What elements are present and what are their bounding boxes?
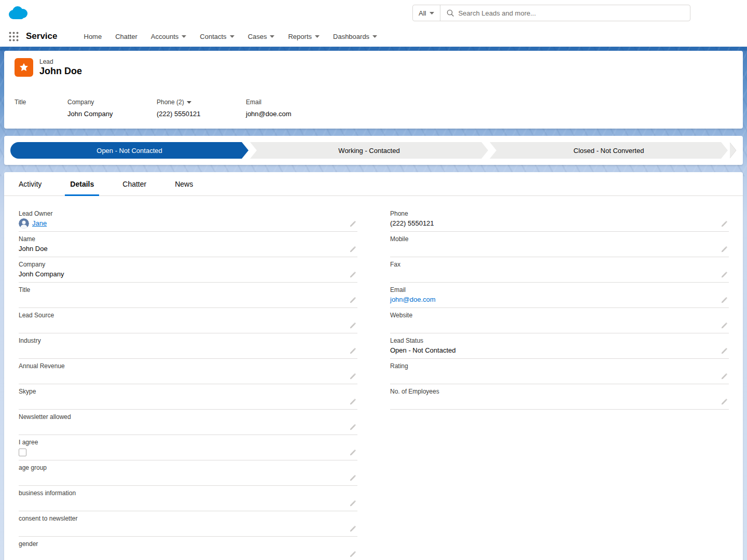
edit-pencil-icon — [721, 220, 728, 228]
inline-edit-button[interactable] — [349, 551, 356, 558]
field-value — [19, 497, 342, 509]
nav-item-cases[interactable]: Cases — [241, 26, 282, 47]
field-value: (222) 5550121 — [390, 218, 713, 229]
chevron-down-icon[interactable] — [230, 35, 234, 38]
email-link[interactable]: john@doe.com — [246, 110, 292, 118]
detail-field-name: NameJohn Doe — [19, 232, 357, 257]
tab-activity[interactable]: Activity — [8, 172, 52, 195]
detail-column-right: Phone(222) 5550121MobileFaxEmailjohn@doe… — [390, 206, 729, 560]
inline-edit-button[interactable] — [721, 398, 728, 405]
detail-field-email: Emailjohn@doe.com — [390, 283, 729, 308]
nav-item-reports[interactable]: Reports — [281, 26, 326, 47]
chevron-down-icon[interactable] — [372, 35, 377, 38]
highlight-label: Title — [15, 99, 26, 106]
path-stage-open-not-contacted[interactable]: Open - Not Contacted — [10, 142, 248, 159]
inline-edit-button[interactable] — [349, 347, 356, 355]
salesforce-app: All Service Home Chatter Accounts Contac… — [0, 0, 747, 560]
field-value — [19, 345, 342, 356]
nav-item-chatter[interactable]: Chatter — [108, 26, 144, 47]
inline-edit-button[interactable] — [349, 373, 356, 380]
inline-edit-button[interactable] — [721, 246, 728, 253]
nav-item-label: Contacts — [200, 33, 226, 40]
inline-edit-button[interactable] — [721, 297, 728, 304]
edit-pencil-icon — [349, 474, 356, 482]
record-name: John Doe — [39, 66, 82, 77]
highlights-fields: Title Company John Company Phone (2) (22… — [4, 99, 743, 118]
inline-edit-button[interactable] — [349, 424, 356, 431]
record-detail-card: Activity Details Chatter News Lead Owner… — [4, 172, 743, 560]
path-stage-working-contacted[interactable]: Working - Contacted — [250, 142, 488, 159]
inline-edit-button[interactable] — [349, 220, 356, 228]
field-value — [19, 319, 342, 331]
chevron-down-icon[interactable] — [315, 35, 320, 38]
chevron-down-icon[interactable] — [182, 35, 186, 38]
search-scope-label: All — [419, 9, 426, 17]
tab-news[interactable]: News — [164, 172, 203, 195]
detail-field-i-agree: I agree — [19, 435, 357, 460]
inline-edit-button[interactable] — [349, 246, 356, 253]
chevron-down-icon — [430, 12, 434, 15]
app-launcher-button[interactable] — [8, 31, 19, 42]
path-stage-label: Open - Not Contacted — [96, 147, 162, 155]
sales-path-card: Open - Not Contacted Working - Contacted… — [4, 136, 743, 165]
edit-pencil-icon — [349, 500, 356, 507]
nav-item-dashboards[interactable]: Dashboards — [326, 26, 384, 47]
email-link[interactable]: john@doe.com — [390, 294, 436, 305]
entity-label: Lead — [39, 58, 82, 65]
chevron-down-icon[interactable] — [270, 35, 274, 38]
global-search: All — [412, 5, 690, 21]
edit-pencil-icon — [349, 271, 356, 278]
nav-item-label: Cases — [248, 33, 267, 40]
highlight-label: Email — [246, 99, 261, 106]
tab-label: Details — [70, 180, 94, 188]
field-value — [390, 269, 713, 280]
detail-field-no-of-employees: No. of Employees — [390, 384, 729, 410]
detail-field-industry: Industry — [19, 333, 357, 359]
highlight-field-title: Title — [15, 99, 67, 118]
path-stage-label: Closed - Not Converted — [574, 147, 644, 155]
field-label: Lead Owner — [19, 209, 342, 218]
inline-edit-button[interactable] — [349, 271, 356, 278]
record-page-background: Lead John Doe Title Company John Company… — [0, 47, 747, 560]
inline-edit-button[interactable] — [349, 322, 356, 329]
inline-edit-button[interactable] — [721, 220, 728, 228]
global-search-input[interactable] — [458, 9, 690, 17]
detail-field-company: CompanyJonh Company — [19, 257, 357, 283]
detail-field-skype: Skype — [19, 384, 357, 410]
salesforce-cloud-logo[interactable] — [7, 5, 29, 21]
record-tabs: Activity Details Chatter News — [4, 172, 743, 196]
detail-field-rating: Rating — [390, 359, 729, 384]
field-value — [19, 472, 342, 483]
search-scope-selector[interactable]: All — [413, 5, 440, 21]
path-stage-closed-not-converted[interactable]: Closed - Not Converted — [490, 142, 728, 159]
highlight-field-phone: Phone (2) (222) 5550121 — [157, 99, 246, 118]
nav-item-contacts[interactable]: Contacts — [193, 26, 241, 47]
inline-edit-button[interactable] — [349, 449, 356, 456]
nav-item-accounts[interactable]: Accounts — [144, 26, 193, 47]
record-highlights-card: Lead John Doe Title Company John Company… — [4, 51, 743, 129]
detail-field-title: Title — [19, 283, 357, 308]
inline-edit-button[interactable] — [721, 271, 728, 278]
tab-details[interactable]: Details — [60, 172, 104, 195]
tab-chatter[interactable]: Chatter — [112, 172, 157, 195]
detail-field-consent-to-newsletter: consent to newsletter — [19, 511, 357, 537]
detail-field-business-information: business information — [19, 486, 357, 511]
nav-item-home[interactable]: Home — [77, 26, 109, 47]
app-launcher-waffle-icon — [8, 31, 19, 42]
checkbox-unchecked[interactable] — [19, 449, 26, 456]
inline-edit-button[interactable] — [721, 347, 728, 355]
chevron-down-icon[interactable] — [187, 101, 191, 104]
inline-edit-button[interactable] — [721, 322, 728, 329]
inline-edit-button[interactable] — [349, 398, 356, 405]
inline-edit-button[interactable] — [349, 500, 356, 507]
owner-user-link[interactable]: Jane — [32, 218, 47, 229]
inline-edit-button[interactable] — [349, 297, 356, 304]
field-label: age group — [19, 464, 342, 472]
field-value — [390, 370, 713, 382]
field-label: Name — [19, 235, 342, 243]
field-value — [390, 319, 713, 331]
edit-pencil-icon — [721, 347, 728, 355]
inline-edit-button[interactable] — [349, 525, 356, 533]
inline-edit-button[interactable] — [349, 474, 356, 482]
inline-edit-button[interactable] — [721, 373, 728, 380]
